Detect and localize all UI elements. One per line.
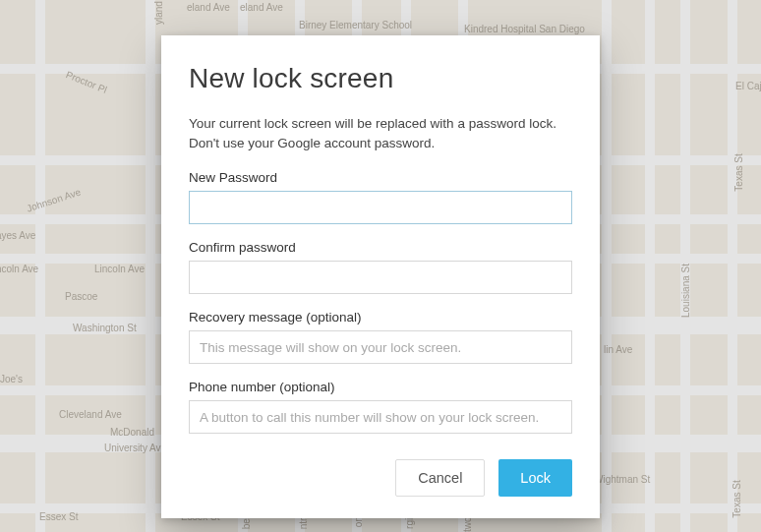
lock-button[interactable]: Lock (498, 459, 572, 497)
new-lock-screen-dialog: New lock screen Your current lock screen… (161, 35, 600, 518)
confirm-password-group: Confirm password (189, 240, 572, 294)
new-password-input[interactable] (189, 191, 572, 224)
confirm-password-label: Confirm password (189, 240, 572, 255)
new-password-label: New Password (189, 170, 572, 185)
dialog-description: Your current lock screen will be replace… (189, 114, 572, 152)
phone-number-input[interactable] (189, 400, 572, 434)
dialog-title: New lock screen (189, 63, 572, 94)
recovery-message-label: Recovery message (optional) (189, 310, 572, 325)
cancel-button[interactable]: Cancel (395, 459, 485, 497)
dialog-button-row: Cancel Lock (189, 459, 572, 497)
recovery-message-group: Recovery message (optional) (189, 310, 572, 364)
phone-number-label: Phone number (optional) (189, 380, 572, 394)
phone-number-group: Phone number (optional) (189, 380, 572, 434)
recovery-message-input[interactable] (189, 330, 572, 364)
confirm-password-input[interactable] (189, 261, 572, 294)
new-password-group: New Password (189, 170, 572, 224)
